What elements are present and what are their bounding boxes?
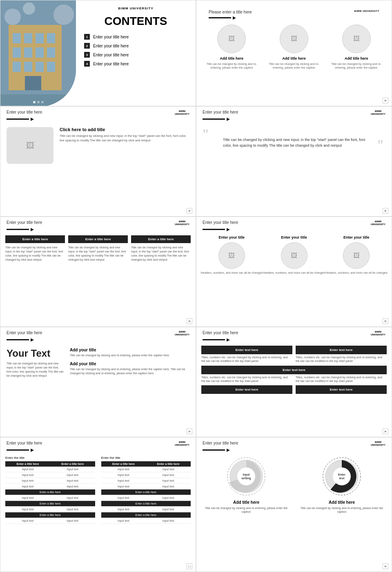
btn-2[interactable]: Enter text here	[296, 346, 387, 354]
slide-3-logo: BIMM UNIVERSITY	[175, 110, 189, 116]
data-table-1: Enter a title here Enter a title here In…	[5, 461, 95, 524]
data-table-2: Enter a title here Enter a title here In…	[101, 461, 191, 524]
td: Input text	[101, 467, 146, 472]
slide-5-logo: BIMM UNIVERSITY	[175, 220, 189, 226]
table-row-alt: Enter a title here	[5, 489, 95, 495]
td-alt: Enter a title here	[101, 489, 191, 495]
pie-container-1: Input writing	[226, 456, 267, 497]
svg-rect-4	[36, 33, 44, 43]
col-item-2: 🖼 Add title here Title can be changed by…	[265, 25, 323, 69]
table-row-alt: Enter a title here	[101, 489, 191, 495]
slide-1: BIMM UNIVERSITY CONTENTS 1 Enter your ti…	[0, 0, 196, 106]
btn-mid[interactable]: Enter text here	[201, 366, 387, 374]
card-3-text: Title can be changed by clicking and new…	[131, 246, 191, 261]
btn-1[interactable]: Enter text here	[201, 346, 292, 354]
slide-7-logo: BIMM UNIVERSITY	[175, 331, 189, 336]
btn-bot-1[interactable]: Enter text here	[201, 385, 292, 394]
svg-rect-5	[47, 33, 55, 43]
slide-5-header: Enter your title here BIMM UNIVERSITY	[0, 217, 196, 227]
slide-7-header: Enter your title here BIMM UNIVERSITY	[0, 327, 196, 337]
slide-3-content: 🖼 Click here to add title Title can be c…	[0, 123, 196, 168]
table-row: Input text Input text	[101, 495, 191, 501]
svg-rect-2	[13, 33, 21, 43]
slide-4: Enter your title here BIMM UNIVERSITY " …	[196, 106, 392, 217]
item-text-3: Enter your title here	[93, 53, 129, 57]
td: Input text	[50, 507, 95, 512]
btn-text-1: Titles, numbers etc. can be changed by c…	[201, 355, 292, 363]
card-3-header: Enter a title here	[131, 235, 191, 243]
image-icon-1: 🖼	[228, 35, 235, 42]
card-2-header: Enter a title here	[68, 235, 128, 243]
slide-9-num: 11	[187, 563, 192, 569]
slide-6-header: Enter your title here BIMM UNIVERSITY	[196, 217, 392, 227]
svg-rect-10	[13, 62, 21, 72]
slide-7-big-text-desc: Title can be changed by clicking and new…	[7, 362, 64, 378]
num-badge-3: 3	[84, 52, 90, 58]
col-text-3: Title can be changed by clicking and re-…	[327, 62, 385, 69]
slide-4-num: ▶	[383, 208, 388, 214]
num-badge-1: 1	[84, 34, 90, 40]
slide-9: Enter your title here BIMM UNIVERSITY En…	[0, 437, 196, 572]
table-row: Input text Input text	[101, 478, 191, 484]
td: Input text	[50, 467, 95, 472]
num-badge-2: 2	[84, 43, 90, 49]
td: Input text	[5, 478, 50, 484]
building-image	[0, 0, 76, 106]
btn-block-bot-1: Enter text here	[201, 385, 292, 394]
table-row: Input text Input text	[5, 507, 95, 512]
circle-icon-2: 🖼	[291, 252, 297, 259]
td: Input text	[146, 507, 191, 512]
slide-3-heading: Click here to add title	[60, 127, 189, 132]
td-alt: Enter a title here	[5, 489, 95, 495]
slide-4-content: " Title can be changed by clicking and n…	[196, 123, 392, 163]
slide-5-divider	[7, 229, 29, 230]
svg-rect-6	[13, 47, 21, 58]
slide-10-num: ▶	[383, 563, 388, 569]
th-1-2: Enter a title here	[50, 461, 95, 467]
col-title-3: Add title here	[327, 56, 385, 60]
svg-rect-8	[36, 47, 44, 58]
btn-block-1: Enter text here Titles, numbers etc. can…	[201, 346, 292, 363]
table-row: Input text Input text	[101, 518, 191, 524]
item-text-4: Enter your title here	[93, 62, 129, 66]
table-row: Input text Input text	[5, 472, 95, 478]
slide-10: Enter your title here BIMM UNIVERSITY	[196, 437, 392, 572]
slide-10-logo: BIMM UNIVERSITY	[371, 441, 385, 447]
slide-9-header: Enter your title here BIMM UNIVERSITY	[0, 438, 196, 448]
circle-img-3: 🖼	[343, 242, 370, 269]
btn-block-2: Enter text here Titles, numbers etc. can…	[296, 346, 387, 363]
td-alt: Enter a title here	[5, 501, 95, 507]
circle-title-1: Enter your title	[200, 235, 263, 240]
slide-3-divider	[7, 118, 29, 120]
slide-2-title: Please enter a title here	[209, 10, 252, 14]
slide-3-body: Title can be changed by clicking and new…	[60, 134, 189, 143]
slide-5-num: ▶	[187, 318, 192, 324]
btn-bot-2[interactable]: Enter text here	[296, 385, 387, 394]
td-alt: Enter a title here	[101, 512, 191, 518]
td: Input text	[101, 472, 146, 478]
slide-3-num: ▶	[187, 208, 192, 214]
td: Input text	[101, 478, 146, 484]
td: Input text	[146, 472, 191, 478]
slide-7-items: Add your title Title can be changed by c…	[70, 348, 189, 379]
circle-title-3: Enter your title	[325, 235, 388, 240]
image-icon-2: 🖼	[291, 35, 297, 42]
pie-label-1: Input writing	[242, 473, 251, 480]
svg-point-18	[53, 4, 74, 25]
list-item: 4 Enter your title here	[84, 61, 187, 67]
slide-4-divider	[203, 118, 225, 120]
slide-7-big-text-side: Your Text Title can be changed by clicki…	[7, 348, 64, 379]
table-row: Input text Input text	[5, 478, 95, 484]
svg-rect-15	[0, 94, 76, 106]
slide-8-content: Enter text here Titles, numbers etc. can…	[196, 344, 392, 395]
table-row: Input text Input text	[101, 467, 191, 472]
slide-8-logo: BIMM UNIVERSITY	[371, 331, 385, 336]
slide-6-num: ▶	[383, 318, 388, 324]
td: Input text	[50, 484, 95, 489]
slide-7-big-text: Your Text	[7, 348, 64, 359]
col-item-1: 🖼 Add title here Title can be changed by…	[203, 25, 261, 69]
slide-10-content: Input writing Add title here Title can b…	[196, 454, 392, 516]
slide-4-header: Enter your title here BIMM UNIVERSITY	[196, 107, 392, 117]
img-placeholder-3: 🖼	[342, 25, 371, 53]
item-title-1: Add your title	[70, 348, 189, 352]
